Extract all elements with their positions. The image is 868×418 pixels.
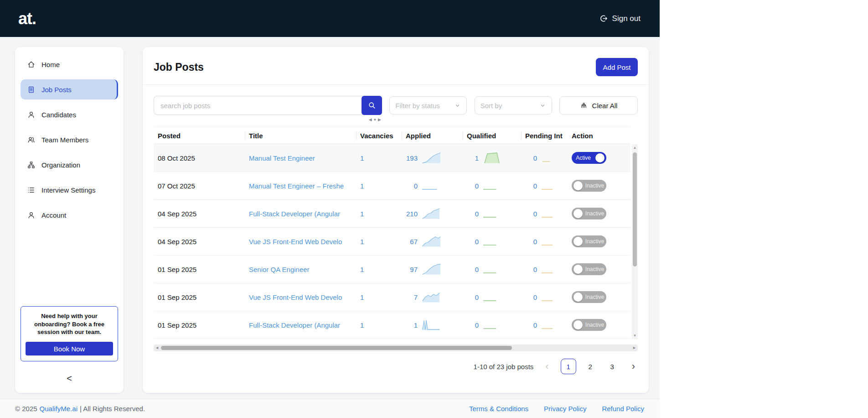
search-button[interactable]	[362, 96, 382, 115]
clear-all-label: Clear All	[592, 102, 618, 110]
toggle-knob	[595, 153, 604, 162]
sidebar-item-team-members[interactable]: Team Members	[21, 130, 118, 150]
add-post-button[interactable]: Add Post	[596, 58, 638, 76]
sort-by-label: Sort by	[480, 102, 502, 110]
pending-count: 0	[525, 238, 537, 246]
applied-sparkline	[422, 319, 442, 330]
sidebar-collapse-button[interactable]: <	[67, 373, 72, 384]
scroll-up-icon[interactable]: ▲	[632, 146, 638, 150]
toggle-knob	[574, 293, 583, 302]
status-toggle[interactable]: Inactive	[572, 291, 606, 303]
job-posts-icon	[27, 85, 36, 94]
footer-link-privacy-policy[interactable]: Privacy Policy	[544, 405, 586, 413]
book-now-button[interactable]: Book Now	[26, 342, 113, 355]
header-divider	[143, 84, 649, 85]
qualified-sparkline	[483, 319, 503, 330]
status-toggle[interactable]: Inactive	[572, 319, 606, 331]
status-toggle[interactable]: Inactive	[572, 180, 606, 192]
pagination-page-1[interactable]: 1	[561, 359, 576, 374]
sidebar-item-interview-settings[interactable]: Interview Settings	[21, 180, 118, 200]
sidebar-item-job-posts[interactable]: Job Posts	[21, 79, 118, 99]
status-toggle[interactable]: Inactive	[572, 235, 606, 247]
job-title-link[interactable]: Full-Stack Developer (Angular	[249, 210, 340, 218]
vertical-scrollbar-thumb[interactable]	[633, 152, 637, 266]
job-title-link[interactable]: Manual Test Engineer	[249, 154, 315, 162]
status-toggle[interactable]: Inactive	[572, 208, 606, 219]
sidebar-item-home[interactable]: Home	[21, 54, 118, 74]
table-row: 01 Sep 2025Vue JS Front-End Web Develo17…	[154, 283, 630, 311]
pagination-page-2[interactable]: 2	[583, 359, 598, 374]
pending-count: 0	[525, 321, 537, 329]
sign-out-button[interactable]: Sign out	[599, 14, 641, 23]
table-row: 04 Sep 2025Vue JS Front-End Web Develo16…	[154, 228, 630, 256]
qualified-sparkline	[483, 236, 503, 247]
column-header-applied: Applied	[402, 132, 463, 140]
vertical-scrollbar[interactable]: ▲ ▼	[632, 144, 638, 339]
qualified-count: 0	[467, 266, 479, 273]
applied-count: 97	[406, 266, 418, 273]
chevron-down-icon	[539, 102, 546, 109]
applied-sparkline	[422, 264, 442, 275]
applied-count: 0	[406, 182, 418, 190]
org-chart-icon	[27, 161, 36, 169]
scroll-down-icon[interactable]: ▼	[632, 334, 638, 338]
applied-sparkline	[422, 208, 442, 219]
horizontal-scrollbar[interactable]: ◄ ►	[154, 345, 638, 351]
job-title-link[interactable]: Full-Stack Developer (Angular	[249, 321, 340, 329]
sidebar-item-candidates[interactable]: Candidates	[21, 104, 118, 125]
job-title-link[interactable]: Vue JS Front-End Web Develo	[249, 293, 342, 301]
footer: © 2025 QualifyMe.ai | All Rights Reserve…	[0, 399, 660, 418]
applied-count: 1	[406, 321, 418, 329]
sidebar-spacer	[21, 230, 118, 306]
status-toggle[interactable]: Inactive	[572, 263, 606, 275]
status-label: Inactive	[585, 294, 604, 300]
filter-by-status-label: Filter by status	[395, 102, 440, 110]
vacancies-count: 1	[356, 154, 402, 162]
clear-all-button[interactable]: Clear All	[559, 96, 638, 115]
carousel-next-icon[interactable]: ▶	[378, 117, 381, 122]
sidebar-item-label: Interview Settings	[41, 186, 95, 194]
job-title-link[interactable]: Vue JS Front-End Web Develo	[249, 238, 342, 246]
sign-out-label: Sign out	[612, 14, 641, 23]
sidebar-item-account[interactable]: Account	[21, 205, 118, 225]
qualified-sparkline	[483, 152, 503, 163]
scroll-right-icon[interactable]: ►	[632, 345, 636, 350]
filter-by-status-select[interactable]: Filter by status	[389, 96, 467, 115]
brand-link[interactable]: QualifyMe.ai	[40, 405, 78, 413]
footer-link-refund-policy[interactable]: Refund Policy	[602, 405, 644, 413]
column-header-action: Action	[568, 132, 630, 140]
sidebar-item-label: Job Posts	[41, 86, 72, 94]
sidebar-nav: HomeJob PostsCandidatesTeam MembersOrgan…	[21, 54, 118, 230]
job-posts-table: PostedTitleVacanciesAppliedQualifiedPend…	[154, 127, 638, 339]
search-input[interactable]	[154, 96, 363, 115]
job-title-link[interactable]: Manual Test Engineer – Freshe	[249, 182, 344, 190]
page-title: Job Posts	[154, 61, 204, 73]
pagination-page-3[interactable]: 3	[604, 359, 620, 374]
pagination-next-icon[interactable]: ›	[632, 361, 635, 371]
applied-count: 67	[406, 238, 418, 246]
status-label: Inactive	[585, 266, 604, 272]
sidebar-item-label: Team Members	[41, 136, 88, 144]
table-row: 08 Oct 2025Manual Test Engineer119310Act…	[154, 144, 630, 172]
status-label: Active	[574, 155, 593, 161]
sign-out-icon	[599, 14, 608, 23]
job-title-link[interactable]: Senior QA Engineer	[249, 266, 310, 273]
vacancies-count: 1	[356, 182, 402, 190]
sidebar-item-organization[interactable]: Organization	[21, 155, 118, 175]
applied-sparkline	[422, 292, 442, 303]
footer-link-terms-conditions[interactable]: Terms & Conditions	[469, 405, 528, 413]
sort-by-select[interactable]: Sort by	[475, 96, 552, 115]
pagination-prev-icon[interactable]: ‹	[545, 361, 548, 371]
home-icon	[27, 60, 36, 69]
column-header-title: Title	[245, 132, 356, 140]
brand-logo[interactable]: at.	[18, 9, 36, 28]
carousel-dot-icon[interactable]: ●	[374, 117, 376, 122]
status-toggle[interactable]: Active	[572, 152, 606, 164]
scroll-left-icon[interactable]: ◄	[155, 345, 159, 350]
column-header-pending-int: Pending Int	[521, 132, 568, 140]
qualified-sparkline	[483, 180, 503, 191]
horizontal-scrollbar-thumb[interactable]	[161, 346, 512, 350]
vacancies-count: 1	[356, 238, 402, 246]
sidebar-item-label: Home	[41, 61, 60, 68]
carousel-prev-icon[interactable]: ◀	[369, 117, 372, 122]
